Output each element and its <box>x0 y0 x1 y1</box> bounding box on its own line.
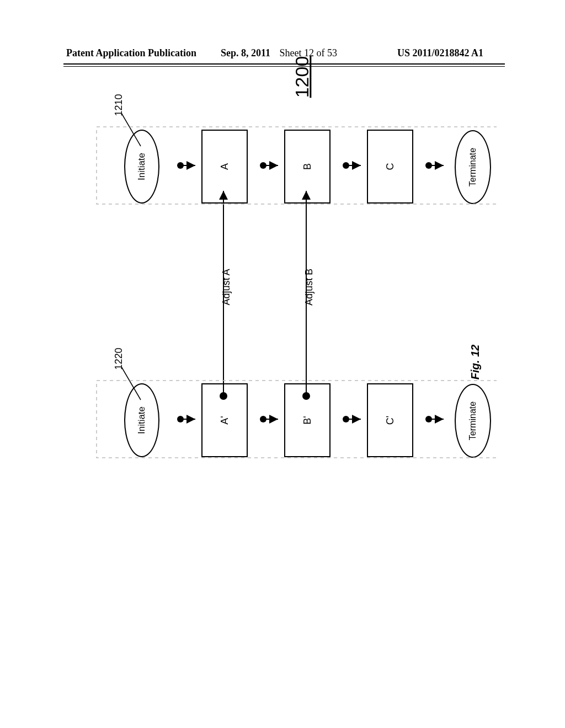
right-c-label: C' <box>385 416 396 425</box>
right-terminate-node: Terminate <box>455 384 491 458</box>
publication-date: Sep. 8, 2011 <box>221 47 270 58</box>
header-rule <box>63 63 505 67</box>
diagram-1200: Initiate A B C Terminate Initiate A' B' … <box>66 105 497 601</box>
left-terminate-label: Terminate <box>468 148 478 186</box>
figure-label: Fig. 12 <box>469 345 482 379</box>
left-initiate-node: Initiate <box>124 130 159 204</box>
left-c-node: C <box>367 130 413 204</box>
right-a-node: A' <box>201 383 248 457</box>
right-c-node: C' <box>367 383 413 457</box>
dot <box>177 416 184 422</box>
right-initiate-node: Initiate <box>124 383 159 457</box>
adjust-b-label: Adjust B <box>303 265 315 309</box>
figure-number-text: 1200 <box>291 56 312 98</box>
left-initiate-label: Initiate <box>136 153 147 180</box>
dot <box>260 162 266 169</box>
left-b-node: B <box>284 130 331 204</box>
left-a-node: A <box>201 130 248 204</box>
left-c-label: C <box>385 163 396 170</box>
left-a-label: A <box>219 163 231 170</box>
date-sheet: Sep. 8, 2011 Sheet 12 of 53 <box>221 47 337 59</box>
dot <box>425 162 432 169</box>
publication-number: US 2011/0218842 A1 <box>397 47 483 59</box>
dot <box>177 162 184 169</box>
ref-1220: 1220 <box>113 347 125 370</box>
ref-1210: 1210 <box>113 94 125 116</box>
figure-number: 1200 <box>291 56 313 98</box>
publication-label: Patent Application Publication <box>66 47 196 59</box>
dot <box>260 416 266 422</box>
dot <box>343 416 349 422</box>
dot <box>343 162 349 169</box>
left-b-label: B <box>302 163 313 170</box>
page: Patent Application Publication Sep. 8, 2… <box>0 0 565 728</box>
adjust-a-label: Adjust A <box>221 265 232 309</box>
right-a-label: A' <box>219 416 231 424</box>
right-b-node: B' <box>284 383 331 457</box>
right-initiate-label: Initiate <box>136 406 147 434</box>
right-b-label: B' <box>302 416 313 424</box>
left-terminate-node: Terminate <box>455 130 491 204</box>
right-terminate-label: Terminate <box>468 402 478 440</box>
dot <box>425 416 432 422</box>
